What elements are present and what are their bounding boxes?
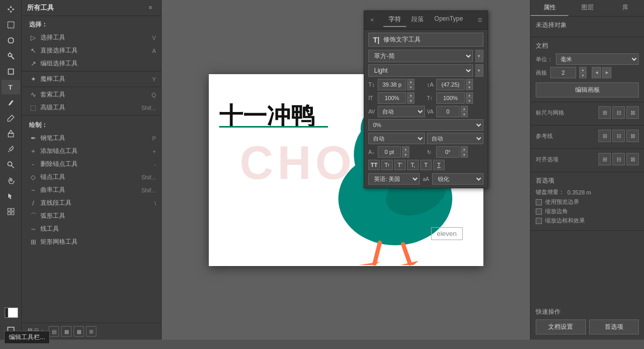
leading-up-arrow[interactable]: ▲ [466,79,473,85]
leading-down-arrow[interactable]: ▼ [466,85,473,90]
tool-select[interactable]: ▷ 选择工具 V [22,31,161,44]
preferences-btn[interactable]: 首选项 [589,319,639,334]
tool-del-anchor[interactable]: - 删除锚点工具 - [22,158,161,171]
tab-library[interactable]: 库 [606,0,644,16]
doc-settings-btn[interactable]: 文档设置 [536,319,586,334]
scale-h-up[interactable]: ▲ [407,92,414,98]
style-tt-btn[interactable]: TT [368,160,380,170]
checkbox-scale-effects-box[interactable] [536,218,542,224]
snap-icon-2[interactable]: ⊟ [612,153,625,165]
tab-opentype[interactable]: OpenType [429,13,468,27]
pen-tool-icon[interactable] [2,95,20,110]
rulers-icon-1[interactable]: ⊞ [598,106,611,119]
page-number-input[interactable] [550,67,576,78]
grid-icon[interactable] [2,204,20,219]
scale-h-down[interactable]: ▼ [407,98,414,104]
language-select[interactable]: 英语: 美国 [368,173,420,185]
style-t-sup-btn[interactable]: T' [394,160,406,170]
crop-icon[interactable] [2,64,20,79]
font-style-arrow[interactable]: ▾ [475,64,483,77]
scale-h-input[interactable] [378,92,406,104]
tool-direct-select[interactable]: ↖ 直接选择工具 A [22,44,161,57]
antialias-select[interactable]: 锐化 [432,173,483,185]
tab-paragraph[interactable]: 段落 [406,13,429,27]
tab-properties[interactable]: 属性 [531,0,568,16]
move-tool-icon[interactable] [2,2,20,17]
checkbox-scale-corners-box[interactable] [536,208,542,215]
page-up-arrow[interactable]: ▲ [579,67,586,73]
select-rect-icon[interactable] [2,18,20,32]
style-tr-btn[interactable]: Tr [381,160,393,170]
eyedropper-icon[interactable] [2,142,20,157]
style-t-sub-btn[interactable]: T, [407,160,419,170]
page-next-arrow[interactable]: ▶ [602,67,611,78]
text-tool-icon[interactable]: T [2,80,20,94]
unit-select[interactable]: 毫米 [556,53,639,65]
scale-v-down[interactable]: ▼ [466,98,473,104]
font-family-select[interactable]: 萃方-简 [368,50,473,62]
tool-add-anchor[interactable]: + 添加锚点工具 + [22,145,161,158]
baseline-up[interactable]: ▲ [402,146,409,152]
rotation-up[interactable]: ▲ [461,146,468,152]
page-prev-arrow[interactable]: ◀ [592,67,601,78]
snap-icon-1[interactable]: ⊞ [598,153,611,165]
rotation-down[interactable]: ▼ [461,152,468,158]
zoom-icon[interactable] [2,158,20,172]
size-down-arrow[interactable]: ▼ [407,85,414,90]
lasso-icon[interactable] [2,33,20,48]
footer-icon-4[interactable]: ⊞ [86,326,96,337]
kerning-select[interactable]: 自动 [378,106,425,117]
close-icon[interactable]: ✕ [368,17,376,24]
text-tool-btn[interactable]: T| 修饰文字工具 [368,33,483,47]
tool-curve[interactable]: ~ 曲率工具 Shif... [22,184,161,197]
tool-arc[interactable]: ⌒ 弧形工具 [22,210,161,222]
checkbox-preview-box[interactable] [536,199,542,205]
guides-icon-1[interactable]: ⊞ [598,130,611,142]
scale-v-input[interactable] [436,92,465,104]
fg-bg-colors[interactable] [2,303,20,322]
tracking-up[interactable]: ▲ [461,106,468,111]
shape-icon[interactable] [2,127,20,141]
style-t-under-btn[interactable]: T [433,160,445,170]
tool-advanced[interactable]: ⬚ 高级工具 Shif... [22,101,161,114]
snap-icon-3[interactable]: ⊠ [626,153,639,165]
tracking-input[interactable] [436,106,460,117]
tab-character[interactable]: 字符 [383,13,406,27]
page-down-arrow[interactable]: ▼ [579,73,586,78]
size-up-arrow[interactable]: ▲ [407,79,414,85]
canvas-area[interactable]: CHONGYA 十一冲鸭 [162,0,530,340]
tool-magic-wand[interactable]: ✦ 魔棒工具 Y [22,73,161,86]
auto-select-1[interactable]: 自动 [368,133,425,144]
panel-menu-icon[interactable]: ☰ [476,17,483,24]
style-t-btn[interactable]: T [420,160,432,170]
panel-resize-icon[interactable]: ≡ [149,4,156,11]
tool-line[interactable]: / 直线段工具 \ [22,197,161,210]
tool-pen[interactable]: ✒ 钢笔工具 P [22,132,161,145]
tool-grid[interactable]: ⊞ 矩形网格工具 [22,235,161,248]
scale-v-up[interactable]: ▲ [466,92,473,98]
font-size-input[interactable] [378,79,406,90]
guides-icon-2[interactable]: ⊟ [612,130,625,142]
footer-icon-1[interactable]: ▤ [49,326,59,337]
rulers-icon-2[interactable]: ⊟ [612,106,625,119]
auto-select-2[interactable]: 自动 [427,133,483,144]
tool-anchor[interactable]: ◇ 锚点工具 Shif... [22,171,161,184]
leading-input[interactable] [436,79,465,90]
percent-select[interactable]: 0% [368,119,483,131]
tool-group-select[interactable]: ↗ 编组选择工具 [22,57,161,70]
tool-spiral[interactable]: ～ 线工具 [22,222,161,235]
magic-wand-icon[interactable] [2,49,20,63]
rulers-icon-3[interactable]: ⊠ [626,106,639,119]
guides-icon-3[interactable]: ⊠ [626,130,639,142]
edit-canvas-btn[interactable]: 编辑画板 [536,82,639,97]
font-style-select[interactable]: Light [368,64,473,77]
path-select-icon[interactable] [2,189,20,203]
brush-icon[interactable] [2,111,20,125]
footer-icon-2[interactable]: ▦ [61,326,71,337]
hand-icon[interactable] [2,173,20,188]
font-family-arrow[interactable]: ▾ [475,50,483,62]
tool-panel-scroll[interactable]: 选择： ▷ 选择工具 V ↖ 直接选择工具 A ↗ 编组选择工具 ✦ 魔棒工具 … [22,16,161,323]
baseline-input[interactable] [378,146,401,158]
tab-layers[interactable]: 图层 [568,0,606,16]
tracking-down[interactable]: ▼ [461,111,468,117]
